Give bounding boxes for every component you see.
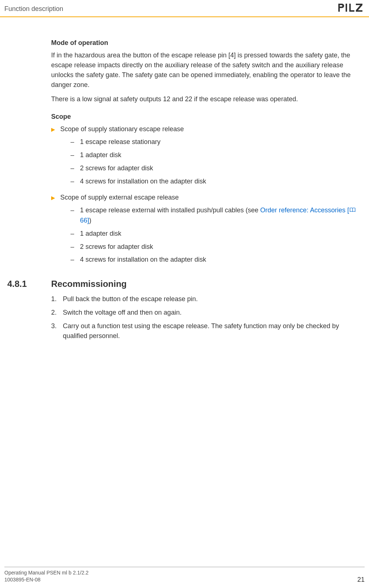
page-header: Function description (0, 0, 369, 17)
scope-group-2-items: – 1 escape release external with install… (71, 205, 358, 265)
triangle-bullet-icon: ▶ (51, 194, 55, 202)
scope-group-2-label: Scope of supply external escape release (60, 193, 358, 202)
book-icon (350, 205, 355, 216)
scope-group-1: ▶ Scope of supply stationary escape rele… (51, 124, 358, 190)
triangle-bullet-icon: ▶ (51, 126, 55, 133)
scope-group-1-items: –1 escape release stationary –1 adapter … (71, 137, 358, 187)
scope-group-1-label: Scope of supply stationary escape releas… (60, 124, 358, 134)
list-item: –1 adapter disk (71, 150, 358, 160)
list-item: –1 adapter disk (71, 229, 358, 239)
list-item: –4 screws for installation on the adapte… (71, 255, 358, 265)
list-item: –2 screws for adapter disk (71, 163, 358, 174)
list-item: –4 screws for installation on the adapte… (71, 177, 358, 187)
list-item: – 1 escape release external with install… (71, 205, 358, 226)
mode-para-1: If in the hazardous area the button of t… (51, 50, 358, 90)
page-number: 21 (357, 576, 365, 584)
page-footer: Operating Manual PSEN ml b 2.1/2.2 10038… (4, 567, 365, 584)
brand-logo (338, 3, 365, 15)
recommissioning-steps: 1.Pull back the button of the escape rel… (51, 294, 358, 341)
scope-list: ▶ Scope of supply stationary escape rele… (51, 124, 358, 268)
mode-heading: Mode of operation (51, 39, 358, 47)
list-item: 3.Carry out a function test using the es… (51, 321, 358, 341)
svg-rect-0 (346, 4, 347, 12)
list-item: 1.Pull back the button of the escape rel… (51, 294, 358, 304)
header-title: Function description (4, 5, 63, 13)
footer-line-1: Operating Manual PSEN ml b 2.1/2.2 (4, 569, 88, 577)
list-item: 2.Switch the voltage off and then on aga… (51, 308, 358, 318)
scope-group-2: ▶ Scope of supply external escape releas… (51, 193, 358, 268)
list-item: –2 screws for adapter disk (71, 242, 358, 252)
section-title: Recommissioning (51, 279, 127, 289)
page-content: Mode of operation If in the hazardous ar… (0, 17, 369, 341)
section-number: 4.8.1 (7, 279, 51, 289)
footer-doc-info: Operating Manual PSEN ml b 2.1/2.2 10038… (4, 569, 88, 584)
footer-line-2: 1003895-EN-08 (4, 576, 88, 584)
section-heading-row: 4.8.1 Recommissioning (7, 279, 362, 289)
list-item-text: 1 escape release external with installed… (80, 206, 260, 214)
list-item-text-suffix: ) (89, 217, 91, 224)
mode-para-2: There is a low signal at safety outputs … (51, 94, 358, 104)
scope-heading: Scope (51, 113, 358, 121)
list-item: –1 escape release stationary (71, 137, 358, 147)
